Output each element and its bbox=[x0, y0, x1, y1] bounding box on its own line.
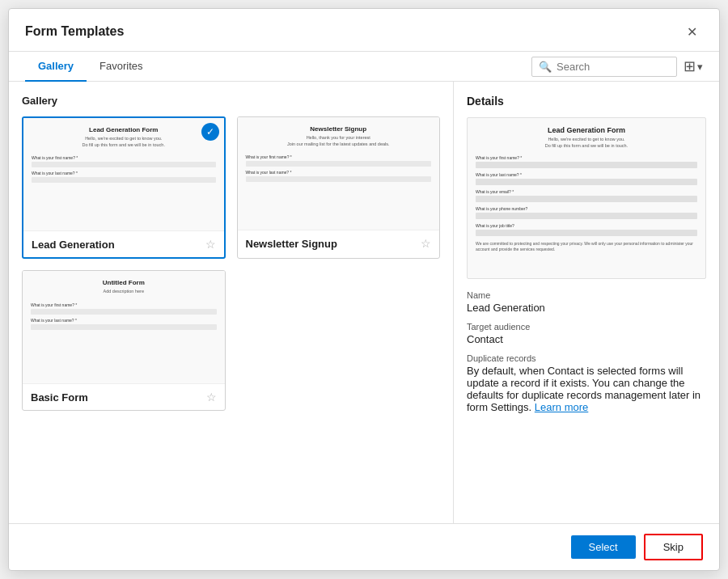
detail-audience-group: Target audience Contact bbox=[467, 322, 706, 345]
search-area: 🔍 ⊞ ▾ bbox=[531, 57, 703, 77]
detail-audience-value: Contact bbox=[467, 333, 706, 345]
preview-sub-basic: Add description here bbox=[104, 289, 144, 295]
search-box: 🔍 bbox=[531, 57, 677, 77]
detail-preview-title: Lead Generation Form bbox=[476, 126, 697, 134]
dialog-title: Form Templates bbox=[25, 24, 124, 39]
preview-field-label: What is your last name? * bbox=[31, 318, 77, 323]
preview-sub-newsletter: Hello, thank you for your interestJoin o… bbox=[287, 135, 390, 147]
preview-title-newsletter: Newsletter Signup bbox=[310, 125, 366, 133]
detail-preview-input bbox=[476, 213, 697, 219]
preview-field-input bbox=[246, 161, 432, 167]
dialog-footer: Select Skip bbox=[9, 523, 719, 570]
preview-field-input bbox=[32, 177, 216, 183]
favorite-star-icon[interactable]: ☆ bbox=[205, 238, 216, 251]
preview-title-lead: Lead Generation Form bbox=[89, 126, 158, 133]
card-name-basic: Basic Form bbox=[31, 391, 88, 404]
details-preview-image: Lead Generation Form Hello, we're excite… bbox=[467, 117, 706, 279]
preview-title-basic: Untitled Form bbox=[103, 279, 145, 286]
preview-field-label: What is your first name? * bbox=[32, 155, 78, 160]
view-toggle[interactable]: ⊞ ▾ bbox=[684, 57, 703, 75]
detail-preview-field-label: What is your first name? * bbox=[476, 155, 697, 160]
preview-field-label: What is your first name? * bbox=[246, 154, 292, 159]
detail-duplicate-group: Duplicate records By default, when Conta… bbox=[467, 353, 706, 413]
detail-name-group: Name Lead Generation bbox=[467, 290, 706, 314]
detail-preview-input bbox=[476, 162, 697, 168]
selected-check-icon: ✓ bbox=[201, 123, 219, 141]
template-card-lead-generation[interactable]: ✓ Lead Generation Form Hello, we're exci… bbox=[22, 116, 226, 259]
grid-icon: ⊞ bbox=[684, 57, 696, 75]
detail-preview-field-label: What is your last name? * bbox=[476, 172, 697, 177]
card-name-lead: Lead Generation bbox=[32, 239, 115, 251]
detail-preview-input bbox=[476, 196, 697, 202]
card-footer-basic: Basic Form ☆ bbox=[23, 384, 225, 410]
preview-field-input bbox=[31, 309, 217, 315]
close-button[interactable]: ✕ bbox=[680, 20, 703, 43]
tab-gallery[interactable]: Gallery bbox=[25, 52, 87, 82]
preview-field-label: What is your last name? * bbox=[32, 171, 78, 175]
preview-field-label: What is your first name? * bbox=[31, 302, 77, 307]
preview-field-input bbox=[31, 324, 217, 330]
dialog-body: Gallery ✓ Lead Generation Form Hello, we… bbox=[9, 82, 719, 523]
detail-preview-field-label: What is your phone number? bbox=[476, 206, 697, 211]
detail-preview-privacy: We are committed to protecting and respe… bbox=[476, 241, 697, 252]
detail-preview-field-label: What is your job title? bbox=[476, 223, 697, 228]
card-footer-lead: Lead Generation ☆ bbox=[23, 231, 224, 257]
dialog-header: Form Templates ✕ bbox=[9, 9, 719, 52]
preview-field-input bbox=[246, 176, 432, 182]
tabs: Gallery Favorites bbox=[25, 52, 156, 81]
form-templates-dialog: Form Templates ✕ Gallery Favorites 🔍 ⊞ ▾… bbox=[8, 8, 720, 571]
gallery-grid: ✓ Lead Generation Form Hello, we're exci… bbox=[22, 116, 440, 411]
detail-preview-input bbox=[476, 230, 697, 236]
tab-favorites[interactable]: Favorites bbox=[87, 52, 155, 82]
learn-more-link[interactable]: Learn more bbox=[535, 401, 588, 413]
card-preview-newsletter: Newsletter Signup Hello, thank you for y… bbox=[238, 117, 440, 230]
skip-button[interactable]: Skip bbox=[644, 534, 703, 560]
tabs-row: Gallery Favorites 🔍 ⊞ ▾ bbox=[9, 52, 719, 82]
template-card-basic[interactable]: Untitled Form Add description here What … bbox=[22, 270, 226, 411]
card-preview-lead-generation: ✓ Lead Generation Form Hello, we're exci… bbox=[23, 118, 224, 231]
card-footer-newsletter: Newsletter Signup ☆ bbox=[238, 230, 440, 256]
detail-preview-sub: Hello, we're excited to get to know you.… bbox=[476, 137, 697, 149]
select-button[interactable]: Select bbox=[571, 535, 636, 559]
gallery-label: Gallery bbox=[22, 95, 440, 107]
detail-audience-label: Target audience bbox=[467, 322, 706, 332]
detail-name-value: Lead Generation bbox=[467, 302, 706, 314]
detail-name-label: Name bbox=[467, 290, 706, 300]
preview-sub-lead: Hello, we're excited to get to know you.… bbox=[83, 136, 165, 148]
card-name-newsletter: Newsletter Signup bbox=[246, 238, 337, 250]
detail-duplicate-label: Duplicate records bbox=[467, 353, 706, 363]
details-title: Details bbox=[467, 95, 706, 108]
chevron-down-icon: ▾ bbox=[697, 61, 703, 73]
details-panel: Details Lead Generation Form Hello, we'r… bbox=[454, 82, 719, 523]
favorite-star-icon[interactable]: ☆ bbox=[206, 391, 217, 404]
template-card-newsletter[interactable]: Newsletter Signup Hello, thank you for y… bbox=[237, 116, 441, 259]
preview-field-label: What is your last name? * bbox=[246, 170, 292, 175]
preview-field-input bbox=[32, 162, 216, 167]
favorite-star-icon[interactable]: ☆ bbox=[421, 237, 431, 250]
card-preview-basic: Untitled Form Add description here What … bbox=[23, 271, 225, 384]
search-input[interactable] bbox=[557, 61, 670, 73]
detail-preview-input bbox=[476, 179, 697, 185]
detail-duplicate-value: By default, when Contact is selected for… bbox=[467, 365, 706, 413]
search-icon: 🔍 bbox=[539, 61, 552, 73]
gallery-panel: Gallery ✓ Lead Generation Form Hello, we… bbox=[9, 82, 454, 523]
detail-preview-field-label: What is your email? * bbox=[476, 189, 697, 194]
